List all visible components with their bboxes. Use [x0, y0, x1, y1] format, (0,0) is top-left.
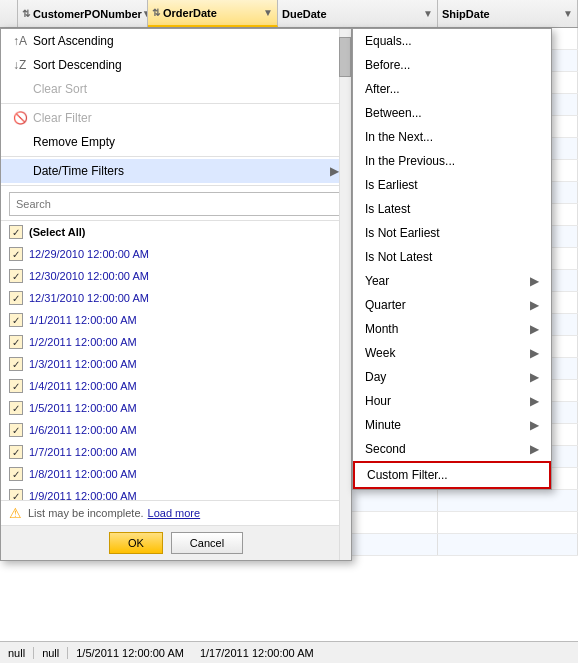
checklist-item[interactable]: 1/1/2011 12:00:00 AM: [1, 309, 351, 331]
filter-icon-order: ▼: [263, 7, 273, 18]
submenu-label: Is Not Latest: [365, 250, 432, 264]
checkbox[interactable]: [9, 423, 23, 437]
checklist[interactable]: (Select All) 12/29/2010 12:00:00 AM 12/3…: [1, 221, 351, 501]
menu-sort-asc-label: Sort Ascending: [33, 34, 114, 48]
incomplete-banner: ⚠ List may be incomplete. Load more: [1, 501, 351, 526]
checklist-item[interactable]: 12/31/2010 12:00:00 AM: [1, 287, 351, 309]
cell-shipdate: [438, 490, 578, 511]
load-more-link[interactable]: Load more: [148, 507, 201, 519]
submenu-item-month[interactable]: Month▶: [353, 317, 551, 341]
submenu-label: Quarter: [365, 298, 406, 312]
filter-panel: ↑A Sort Ascending ↓Z Sort Descending Cle…: [0, 28, 352, 561]
submenu-item-second[interactable]: Second▶: [353, 437, 551, 461]
checkbox[interactable]: [9, 401, 23, 415]
submenu-label: Equals...: [365, 34, 412, 48]
menu-datetime-filters[interactable]: Date/Time Filters ▶: [1, 159, 351, 183]
submenu-item-before[interactable]: Before...: [353, 53, 551, 77]
search-input[interactable]: [9, 192, 343, 216]
menu-sort-desc-label: Sort Descending: [33, 58, 122, 72]
submenu-item-between[interactable]: Between...: [353, 101, 551, 125]
check-label: (Select All): [29, 226, 85, 238]
submenu-label: Is Earliest: [365, 178, 418, 192]
col-duedate[interactable]: DueDate ▼: [278, 0, 438, 27]
col-rownum: [0, 0, 18, 27]
table-header: ⇅ CustomerPONumber ▼ ⇅ OrderDate ▼ DueDa…: [0, 0, 578, 28]
footer-null: null: [0, 647, 34, 659]
menu-remove-empty-label: Remove Empty: [33, 135, 115, 149]
submenu-item-hour[interactable]: Hour▶: [353, 389, 551, 413]
checkbox[interactable]: [9, 335, 23, 349]
checklist-item[interactable]: 12/30/2010 12:00:00 AM: [1, 265, 351, 287]
submenu-item-is-earliest[interactable]: Is Earliest: [353, 173, 551, 197]
submenu-item-minute[interactable]: Minute▶: [353, 413, 551, 437]
scrollbar-track[interactable]: [339, 221, 351, 501]
col-customer-po[interactable]: ⇅ CustomerPONumber ▼: [18, 0, 148, 27]
submenu-arrow-icon: ▶: [530, 442, 539, 456]
incomplete-text: List may be incomplete.: [28, 507, 144, 519]
submenu-label: Is Not Earliest: [365, 226, 440, 240]
search-container: [1, 188, 351, 221]
submenu-item-after[interactable]: After...: [353, 77, 551, 101]
menu-sort-asc[interactable]: ↑A Sort Ascending: [1, 29, 351, 53]
checklist-item[interactable]: 1/3/2011 12:00:00 AM: [1, 353, 351, 375]
checklist-item[interactable]: 1/2/2011 12:00:00 AM: [1, 331, 351, 353]
menu-remove-empty[interactable]: Remove Empty: [1, 130, 351, 154]
check-label: 1/1/2011 12:00:00 AM: [29, 314, 137, 326]
cell-shipdate: [438, 512, 578, 533]
checklist-item[interactable]: 1/5/2011 12:00:00 AM: [1, 397, 351, 419]
check-label: 12/31/2010 12:00:00 AM: [29, 292, 149, 304]
checklist-item[interactable]: 12/29/2010 12:00:00 AM: [1, 243, 351, 265]
checkbox[interactable]: [9, 379, 23, 393]
check-label: 12/29/2010 12:00:00 AM: [29, 248, 149, 260]
col-orderdate-label: OrderDate: [163, 7, 217, 19]
filter-buttons: OK Cancel: [1, 526, 351, 560]
submenu-item-not-latest[interactable]: Is Not Latest: [353, 245, 551, 269]
checkbox[interactable]: [9, 225, 23, 239]
submenu-item-week[interactable]: Week▶: [353, 341, 551, 365]
checkbox[interactable]: [9, 445, 23, 459]
submenu-item-year[interactable]: Year▶: [353, 269, 551, 293]
cancel-button[interactable]: Cancel: [171, 532, 243, 554]
submenu-label: Year: [365, 274, 389, 288]
checklist-item[interactable]: 1/9/2011 12:00:00 AM: [1, 485, 351, 501]
sort-icon-order: ⇅: [152, 7, 160, 18]
submenu-item-in-next[interactable]: In the Next...: [353, 125, 551, 149]
submenu-item-day[interactable]: Day▶: [353, 365, 551, 389]
checklist-item[interactable]: 1/7/2011 12:00:00 AM: [1, 441, 351, 463]
checklist-item[interactable]: 1/8/2011 12:00:00 AM: [1, 463, 351, 485]
submenu-item-not-earliest[interactable]: Is Not Earliest: [353, 221, 551, 245]
checkbox[interactable]: [9, 489, 23, 501]
submenu-arrow-icon: ▶: [530, 322, 539, 336]
checkbox[interactable]: [9, 291, 23, 305]
checkbox[interactable]: [9, 357, 23, 371]
submenu-item-equals[interactable]: Equals...: [353, 29, 551, 53]
footer-date: 1/5/2011 12:00:00 AM: [68, 647, 192, 659]
submenu-item-quarter[interactable]: Quarter▶: [353, 293, 551, 317]
checklist-item[interactable]: (Select All): [1, 221, 351, 243]
submenu-item-in-prev[interactable]: In the Previous...: [353, 149, 551, 173]
submenu-item-custom-filter[interactable]: Custom Filter...: [353, 461, 551, 489]
col-shipdate[interactable]: ShipDate ▼: [438, 0, 578, 27]
submenu-label: Minute: [365, 418, 401, 432]
submenu-item-is-latest[interactable]: Is Latest: [353, 197, 551, 221]
menu-clear-sort: Clear Sort: [1, 77, 351, 101]
col-orderdate[interactable]: ⇅ OrderDate ▼: [148, 0, 278, 27]
sort-icon: ⇅: [22, 8, 30, 19]
submenu-label: Custom Filter...: [367, 468, 448, 482]
footer-row: null null 1/5/2011 12:00:00 AM 1/17/2011…: [0, 641, 578, 663]
menu-clear-filter-label: Clear Filter: [33, 111, 92, 125]
checkbox[interactable]: [9, 467, 23, 481]
ok-button[interactable]: OK: [109, 532, 163, 554]
warning-icon: ⚠: [9, 505, 22, 521]
submenu-label: In the Previous...: [365, 154, 455, 168]
checkbox[interactable]: [9, 247, 23, 261]
submenu-label: Second: [365, 442, 406, 456]
checklist-item[interactable]: 1/6/2011 12:00:00 AM: [1, 419, 351, 441]
menu-sort-desc[interactable]: ↓Z Sort Descending: [1, 53, 351, 77]
checklist-item[interactable]: 1/4/2011 12:00:00 AM: [1, 375, 351, 397]
checkbox[interactable]: [9, 269, 23, 283]
col-duedate-label: DueDate: [282, 8, 327, 20]
submenu-label: Is Latest: [365, 202, 410, 216]
checkbox[interactable]: [9, 313, 23, 327]
submenu-label: Hour: [365, 394, 391, 408]
